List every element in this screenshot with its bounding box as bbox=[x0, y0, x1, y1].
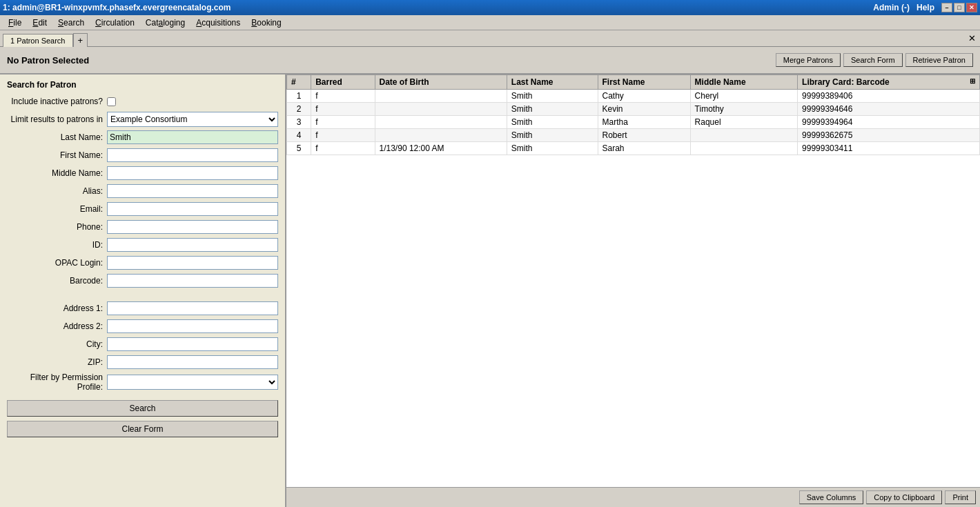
table-row[interactable]: 1 f Smith Cathy Cheryl 99999389406 bbox=[287, 90, 980, 103]
filter-permission-row: Filter by Permission Profile: bbox=[7, 372, 278, 392]
menu-edit[interactable]: Edit bbox=[27, 17, 52, 29]
middle-name-row: Middle Name: bbox=[7, 166, 278, 181]
col-last-name: Last Name bbox=[507, 75, 598, 90]
zip-input[interactable] bbox=[107, 355, 278, 369]
email-label: Email: bbox=[7, 204, 107, 214]
col-resize-icon[interactable]: ⊞ bbox=[970, 77, 975, 85]
new-tab-button[interactable]: + bbox=[73, 33, 88, 47]
close-window-button[interactable]: ✕ bbox=[966, 3, 977, 12]
menu-acquisitions[interactable]: Acquisitions bbox=[190, 17, 246, 29]
cell-barred: f bbox=[311, 129, 375, 142]
address2-input[interactable] bbox=[107, 319, 278, 333]
results-table: # Barred Date of Birth Last Name First N… bbox=[286, 74, 980, 155]
include-inactive-checkbox[interactable] bbox=[107, 97, 116, 106]
phone-input[interactable] bbox=[107, 220, 278, 234]
address1-input[interactable] bbox=[107, 301, 278, 315]
main-content: No Patron Selected Merge Patrons Search … bbox=[0, 47, 980, 507]
table-row[interactable]: 3 f Smith Martha Raquel 99999394964 bbox=[287, 116, 980, 129]
results-tbody: 1 f Smith Cathy Cheryl 99999389406 2 f S… bbox=[287, 90, 980, 155]
help-label[interactable]: Help bbox=[917, 3, 934, 12]
barcode-input[interactable] bbox=[107, 274, 278, 288]
menu-search[interactable]: Search bbox=[52, 17, 90, 29]
cell-last-name: Smith bbox=[507, 129, 598, 142]
id-input[interactable] bbox=[107, 238, 278, 252]
search-panel: Search for Patron Include inactive patro… bbox=[0, 74, 286, 507]
cell-barred: f bbox=[311, 90, 375, 103]
cell-barred: f bbox=[311, 116, 375, 129]
cell-barred: f bbox=[311, 103, 375, 116]
limit-results-row: Limit results to patrons in Example Cons… bbox=[7, 112, 278, 127]
include-inactive-label: Include inactive patrons? bbox=[7, 97, 107, 106]
retrieve-patron-button[interactable]: Retrieve Patron bbox=[905, 53, 973, 67]
menu-cataloging[interactable]: Cataloging bbox=[140, 17, 190, 29]
col-middle-name: Middle Name bbox=[690, 75, 797, 90]
table-row[interactable]: 4 f Smith Robert 99999362675 bbox=[287, 129, 980, 142]
search-button[interactable]: Search bbox=[7, 400, 278, 417]
phone-row: Phone: bbox=[7, 219, 278, 235]
cell-barcode: 99999394646 bbox=[798, 103, 980, 116]
middle-name-label: Middle Name: bbox=[7, 168, 107, 178]
menu-booking[interactable]: Booking bbox=[246, 17, 286, 29]
clear-form-button[interactable]: Clear Form bbox=[7, 421, 278, 437]
cell-middle-name bbox=[690, 129, 797, 142]
cell-num: 4 bbox=[287, 129, 311, 142]
last-name-label: Last Name: bbox=[7, 132, 107, 142]
cell-last-name: Smith bbox=[507, 142, 598, 155]
opac-login-row: OPAC Login: bbox=[7, 255, 278, 270]
cell-num: 2 bbox=[287, 103, 311, 116]
cell-first-name: Robert bbox=[598, 129, 690, 142]
filter-permission-select[interactable] bbox=[107, 375, 278, 390]
first-name-row: First Name: bbox=[7, 148, 278, 163]
col-first-name: First Name bbox=[598, 75, 690, 90]
cell-first-name: Cathy bbox=[598, 90, 690, 103]
cell-num: 5 bbox=[287, 142, 311, 155]
col-num: # bbox=[287, 75, 311, 90]
limit-results-label: Limit results to patrons in bbox=[7, 115, 107, 124]
cell-barcode: 99999362675 bbox=[798, 129, 980, 142]
email-input[interactable] bbox=[107, 202, 278, 216]
maximize-button[interactable]: □ bbox=[954, 3, 965, 12]
menu-circulation[interactable]: Circulation bbox=[90, 17, 140, 29]
city-input[interactable] bbox=[107, 337, 278, 351]
cell-last-name: Smith bbox=[507, 103, 598, 116]
cell-barcode: 99999394964 bbox=[798, 116, 980, 129]
alias-input[interactable] bbox=[107, 184, 278, 198]
search-form-button[interactable]: Search Form bbox=[843, 53, 903, 67]
print-button[interactable]: Print bbox=[945, 490, 976, 504]
email-row: Email: bbox=[7, 201, 278, 217]
middle-name-input[interactable] bbox=[107, 166, 278, 180]
cell-barcode: 99999389406 bbox=[798, 90, 980, 103]
cell-middle-name: Timothy bbox=[690, 103, 797, 116]
zip-label: ZIP: bbox=[7, 357, 107, 367]
cell-middle-name bbox=[690, 142, 797, 155]
cell-dob bbox=[375, 103, 507, 116]
menu-file[interactable]: File bbox=[3, 17, 27, 29]
tab-patron-search[interactable]: 1 Patron Search bbox=[3, 34, 73, 47]
save-columns-button[interactable]: Save Columns bbox=[799, 490, 864, 504]
last-name-input[interactable] bbox=[107, 130, 278, 144]
copy-clipboard-button[interactable]: Copy to Clipboard bbox=[866, 490, 942, 504]
first-name-input[interactable] bbox=[107, 148, 278, 162]
window-close-icon[interactable]: ✕ bbox=[968, 33, 976, 43]
content-area: Search for Patron Include inactive patro… bbox=[0, 74, 980, 507]
address2-label: Address 2: bbox=[7, 321, 107, 331]
table-header-row: # Barred Date of Birth Last Name First N… bbox=[287, 75, 980, 90]
admin-label[interactable]: Admin (-) bbox=[873, 3, 910, 12]
merge-patrons-button[interactable]: Merge Patrons bbox=[776, 53, 841, 67]
menubar: File Edit Search Circulation Cataloging … bbox=[0, 15, 980, 30]
cell-first-name: Sarah bbox=[598, 142, 690, 155]
barcode-row: Barcode: bbox=[7, 273, 278, 288]
alias-row: Alias: bbox=[7, 183, 278, 199]
titlebar-controls: – □ ✕ bbox=[941, 3, 977, 12]
col-barcode: Library Card: Barcode ⊞ bbox=[798, 75, 980, 90]
cell-dob: 1/13/90 12:00 AM bbox=[375, 142, 507, 155]
library-select[interactable]: Example Consortium bbox=[107, 112, 278, 127]
cell-dob bbox=[375, 116, 507, 129]
opac-login-input[interactable] bbox=[107, 256, 278, 270]
results-table-container: # Barred Date of Birth Last Name First N… bbox=[286, 74, 980, 487]
titlebar-text: 1: admin@BR1-winxpvmfx.phasefx.evergreen… bbox=[3, 3, 231, 12]
minimize-button[interactable]: – bbox=[941, 3, 952, 12]
no-patron-label: No Patron Selected bbox=[7, 55, 89, 66]
table-row[interactable]: 5 f 1/13/90 12:00 AM Smith Sarah 9999930… bbox=[287, 142, 980, 155]
table-row[interactable]: 2 f Smith Kevin Timothy 99999394646 bbox=[287, 103, 980, 116]
